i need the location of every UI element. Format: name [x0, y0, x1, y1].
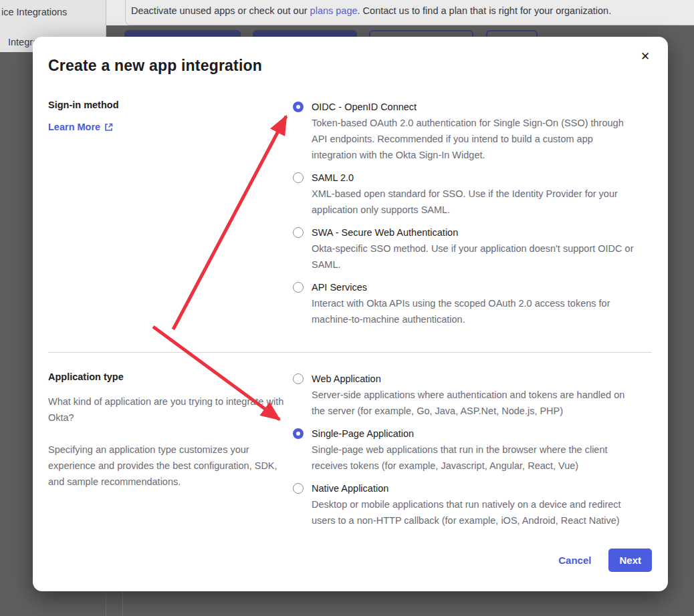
application-type-label: Application type: [48, 371, 124, 382]
radio-option-title[interactable]: SAML 2.0: [312, 170, 641, 186]
radio-option-text: SAML 2.0 XML-based open standard for SSO…: [312, 170, 641, 218]
radio-button[interactable]: [293, 428, 304, 439]
trial-banner-message: Deactivate unused apps or check out our …: [131, 5, 666, 16]
signin-method-label: Sign-in method: [48, 100, 119, 110]
radio-button[interactable]: [293, 282, 304, 293]
close-icon[interactable]: ✕: [637, 49, 653, 65]
sidebar-divider: [106, 588, 106, 616]
radio-option-description: Desktop or mobile applications that run …: [312, 496, 641, 528]
radio-option: SAML 2.0 XML-based open standard for SSO…: [293, 170, 641, 218]
application-type-explanation: Specifying an application type customize…: [48, 442, 289, 490]
application-type-options: Web Application Server-side applications…: [293, 371, 641, 535]
dialog-title: Create a new app integration: [48, 57, 262, 75]
cancel-button[interactable]: Cancel: [558, 555, 591, 566]
radio-option-title[interactable]: Web Application: [312, 371, 641, 387]
next-button[interactable]: Next: [608, 549, 652, 572]
application-type-question: What kind of application are you trying …: [48, 394, 289, 426]
radio-option-description: Single-page web applications that run in…: [312, 442, 641, 474]
radio-option: Web Application Server-side applications…: [293, 371, 641, 419]
sidebar-item-integrations[interactable]: ice Integrations: [1, 7, 67, 17]
radio-button[interactable]: [293, 373, 304, 384]
radio-option-text: Native Application Desktop or mobile app…: [312, 480, 641, 528]
external-link-icon: [104, 123, 113, 132]
radio-option-description: XML-based open standard for SSO. Use if …: [312, 186, 641, 218]
radio-option: OIDC - OpenID Connect Token-based OAuth …: [293, 99, 641, 163]
radio-option-title[interactable]: Single-Page Application: [312, 426, 641, 442]
radio-option-description: Interact with Okta APIs using the scoped…: [312, 295, 641, 327]
dialog-footer: Cancel Next: [558, 549, 652, 572]
radio-option: API Services Interact with Okta APIs usi…: [293, 279, 641, 327]
radio-option: Native Application Desktop or mobile app…: [293, 480, 641, 528]
radio-button[interactable]: [293, 227, 304, 238]
radio-option-title[interactable]: SWA - Secure Web Authentication: [312, 224, 641, 241]
plans-page-link[interactable]: plans page: [310, 5, 358, 16]
banner-text-before: Deactivate unused apps or check out our: [131, 5, 310, 16]
content-panel-edge: [122, 588, 123, 616]
learn-more-label: Learn More: [48, 122, 100, 132]
radio-option: SWA - Secure Web Authentication Okta-spe…: [293, 224, 641, 273]
radio-option-description: Server-side applications where authentic…: [312, 387, 641, 419]
radio-option-text: API Services Interact with Okta APIs usi…: [312, 279, 641, 327]
radio-option-description: Okta-specific SSO method. Use if your ap…: [312, 241, 641, 273]
signin-method-options: OIDC - OpenID Connect Token-based OAuth …: [293, 99, 641, 334]
section-divider: [48, 352, 652, 353]
radio-option-title[interactable]: OIDC - OpenID Connect: [312, 99, 641, 115]
banner-text-after: . Contact us to find a plan that is righ…: [358, 5, 612, 16]
radio-option: Single-Page Application Single-page web …: [293, 426, 641, 474]
radio-option-text: OIDC - OpenID Connect Token-based OAuth …: [312, 99, 641, 163]
radio-option-text: SWA - Secure Web Authentication Okta-spe…: [312, 224, 641, 273]
radio-button[interactable]: [293, 483, 304, 494]
radio-button[interactable]: [293, 102, 304, 112]
radio-option-title[interactable]: Native Application: [312, 480, 641, 496]
radio-option-description: Token-based OAuth 2.0 authentication for…: [312, 115, 641, 163]
learn-more-link[interactable]: Learn More: [48, 122, 113, 132]
radio-button[interactable]: [293, 172, 304, 183]
create-app-integration-dialog: ✕ Create a new app integration Sign-in m…: [33, 37, 668, 591]
radio-option-text: Web Application Server-side applications…: [312, 371, 641, 419]
radio-option-title[interactable]: API Services: [312, 279, 641, 295]
radio-option-text: Single-Page Application Single-page web …: [312, 426, 641, 474]
